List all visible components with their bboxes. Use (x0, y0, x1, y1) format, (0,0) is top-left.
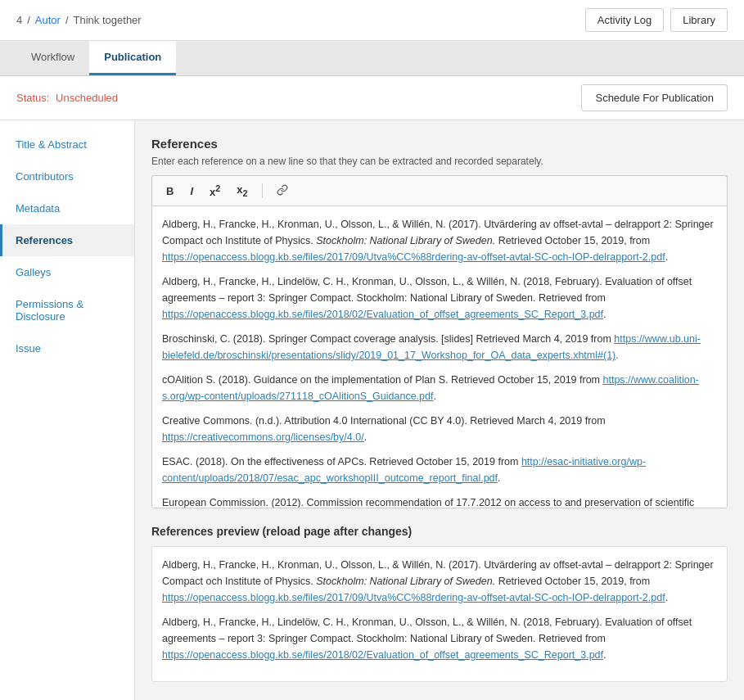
sidebar-item-permissions-disclosure[interactable]: Permissions & Disclosure (0, 288, 134, 332)
tab-publication[interactable]: Publication (89, 41, 176, 75)
status-label: Status: (16, 92, 49, 104)
status-bar: Status: Unscheduled Schedule For Publica… (0, 76, 744, 120)
toolbar-superscript[interactable]: x2 (204, 181, 226, 201)
sidebar-item-issue[interactable]: Issue (0, 332, 134, 364)
activity-log-button[interactable]: Activity Log (585, 8, 664, 32)
main-layout: Title & Abstract Contributors Metadata R… (0, 120, 744, 700)
toolbar-bold[interactable]: B (160, 183, 179, 200)
breadcrumb-sep1: / (27, 14, 30, 26)
toolbar-subscript[interactable]: x2 (231, 181, 253, 201)
toolbar-link[interactable] (271, 182, 294, 201)
editor-toolbar: B I x2 x2 (151, 175, 728, 205)
toolbar-separator (262, 183, 263, 198)
status-text: Status: Unscheduled (16, 92, 118, 104)
breadcrumb-author[interactable]: Autor (35, 14, 61, 26)
preview-item-1: Aldberg, H., Francke, H., Kronman, U., O… (162, 557, 717, 606)
preview-content: Aldberg, H., Francke, H., Kronman, U., O… (151, 546, 728, 682)
preview-title: References preview (reload page after ch… (151, 525, 728, 538)
schedule-button[interactable]: Schedule For Publication (581, 84, 728, 111)
references-description: Enter each reference on a new line so th… (151, 156, 728, 167)
breadcrumb-title: Think together (74, 14, 142, 26)
sidebar-item-metadata[interactable]: Metadata (0, 192, 134, 224)
breadcrumb-number: 4 (16, 14, 22, 26)
preview-link-1[interactable]: https://openaccess.blogg.kb.se/files/201… (162, 592, 665, 603)
content-area: References Enter each reference on a new… (135, 120, 744, 700)
sidebar-item-galleys[interactable]: Galleys (0, 256, 134, 288)
preview-item-2: Aldberg, H., Francke, H., Lindelöw, C. H… (162, 614, 717, 663)
preview-link-2[interactable]: https://openaccess.blogg.kb.se/files/201… (162, 649, 603, 661)
breadcrumb: 4 / Autor / Think together (16, 14, 142, 26)
references-title: References (151, 137, 728, 151)
sidebar-item-references[interactable]: References (0, 224, 134, 256)
editor-textarea[interactable]: Aldberg, H., Francke, H., Kronman, U., O… (151, 205, 728, 508)
preview-section: References preview (reload page after ch… (151, 525, 728, 682)
tabs-bar: Workflow Publication (0, 41, 744, 76)
status-value: Unscheduled (56, 92, 118, 104)
tab-workflow[interactable]: Workflow (16, 41, 89, 75)
top-bar-actions: Activity Log Library (585, 8, 728, 32)
library-button[interactable]: Library (670, 8, 728, 32)
toolbar-italic[interactable]: I (184, 183, 199, 200)
sidebar-item-title-abstract[interactable]: Title & Abstract (0, 129, 134, 160)
sidebar: Title & Abstract Contributors Metadata R… (0, 120, 135, 700)
breadcrumb-sep2: / (65, 14, 69, 26)
top-bar: 4 / Autor / Think together Activity Log … (0, 0, 744, 41)
sidebar-item-contributors[interactable]: Contributors (0, 160, 134, 192)
